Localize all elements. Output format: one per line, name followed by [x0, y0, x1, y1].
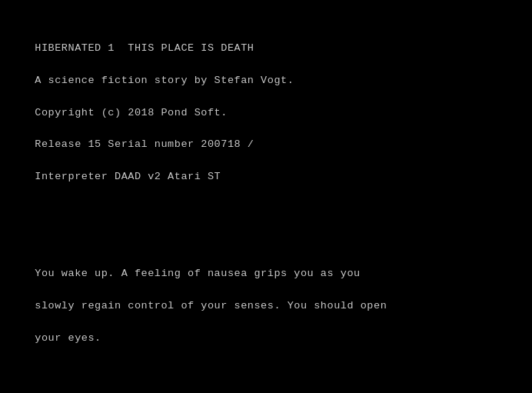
- subtitle-line: A science fiction story by Stefan Vogt.: [35, 75, 294, 86]
- story-line-2: slowly regain control of your senses. Yo…: [35, 300, 387, 311]
- story-line-3: your eyes.: [35, 332, 101, 344]
- copyright-line: Copyright (c) 2018 Pond Soft.: [35, 107, 228, 118]
- title-line: HIBERNATED 1 THIS PLACE IS DEATH: [35, 42, 254, 54]
- terminal-window: HIBERNATED 1 THIS PLACE IS DEATH A scien…: [0, 0, 532, 393]
- release-line: Release 15 Serial number 200718 /: [35, 138, 254, 150]
- interpreter-line: Interpreter DAAD v2 Atari ST: [35, 171, 221, 182]
- story-line-1: You wake up. A feeling of nausea grips y…: [35, 268, 360, 279]
